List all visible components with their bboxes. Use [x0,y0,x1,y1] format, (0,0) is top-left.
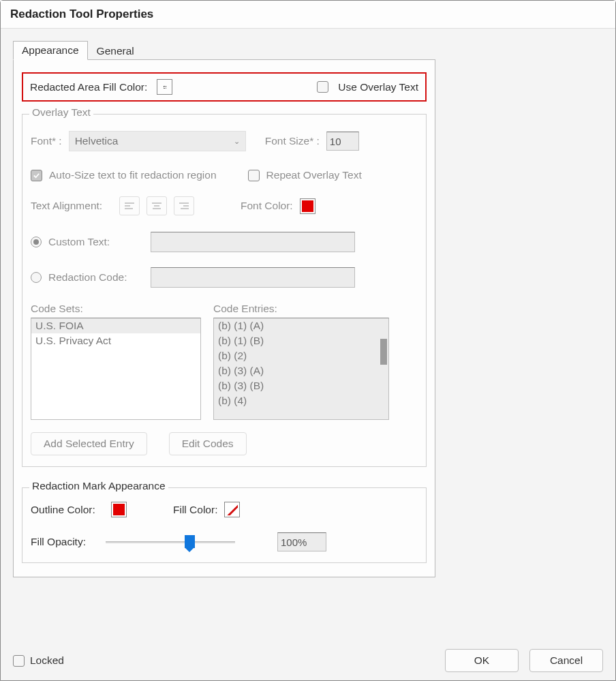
redaction-code-label: Redaction Code: [48,271,144,284]
font-color-swatch[interactable] [300,198,315,214]
code-entries-label: Code Entries: [213,303,389,315]
outline-color-swatch[interactable] [111,502,127,517]
cancel-button[interactable]: Cancel [529,649,603,672]
custom-text-input[interactable] [151,232,355,252]
redaction-code-input[interactable] [151,267,355,288]
dialog-footer: Locked OK Cancel [13,649,603,672]
edit-codes-button[interactable]: Edit Codes [169,432,247,455]
redaction-properties-dialog: Redaction Tool Properties Appearance Gen… [0,0,616,681]
dialog-title: Redaction Tool Properties [1,1,615,29]
list-item[interactable]: (b) (2) [214,348,388,363]
fill-opacity-input[interactable] [277,532,326,551]
autosize-label: Auto-Size text to fit redaction region [49,169,217,181]
tab-appearance[interactable]: Appearance [13,41,88,60]
scrollbar-thumb[interactable] [380,339,387,365]
outline-color-label: Outline Color: [31,504,104,516]
add-selected-entry-button[interactable]: Add Selected Entry [31,432,147,455]
font-size-input[interactable] [326,132,359,151]
fill-opacity-label: Fill Opacity: [31,536,99,548]
mark-fill-color-label: Fill Color: [173,504,217,516]
overlay-text-group: Overlay Text Font* : Helvetica ⌄ Font Si… [22,114,427,467]
align-left-button[interactable] [119,196,140,215]
redaction-mark-legend: Redaction Mark Appearance [29,480,168,492]
chevron-down-icon: ⌄ [234,137,240,146]
list-item[interactable]: U.S. Privacy Act [31,333,200,348]
locked-label: Locked [30,654,64,667]
locked-checkbox[interactable] [13,655,25,667]
list-item[interactable]: U.S. FOIA [31,318,200,333]
custom-text-radio[interactable] [31,237,42,247]
font-size-label: Font Size* : [265,135,320,147]
align-center-button[interactable] [147,196,167,215]
slider-thumb[interactable] [185,535,195,548]
list-item[interactable]: (b) (1) (A) [214,318,388,333]
fill-color-label: Redacted Area Fill Color: [30,81,147,93]
list-item[interactable]: (b) (3) (B) [214,378,388,393]
repeat-overlay-label: Repeat Overlay Text [266,169,362,181]
appearance-panel: Redacted Area Fill Color: Use Overlay Te… [13,59,435,577]
redaction-code-radio[interactable] [31,272,42,283]
list-item[interactable]: (b) (1) (B) [214,333,388,348]
font-color-label: Font Color: [241,200,293,212]
list-item[interactable]: (b) (4) [214,393,388,408]
custom-text-label: Custom Text: [48,236,144,248]
code-sets-listbox[interactable]: U.S. FOIA U.S. Privacy Act [31,318,201,420]
repeat-overlay-checkbox[interactable] [248,170,260,181]
highlighted-settings-row: Redacted Area Fill Color: Use Overlay Te… [22,72,427,102]
overlay-text-legend: Overlay Text [29,106,93,119]
align-right-button[interactable] [174,196,194,215]
fill-opacity-slider[interactable] [106,536,235,547]
redaction-mark-group: Redaction Mark Appearance Outline Color:… [22,487,427,563]
use-overlay-text-label: Use Overlay Text [338,81,418,93]
code-entries-listbox[interactable]: (b) (1) (A) (b) (1) (B) (b) (2) (b) (3) … [213,318,389,420]
redacted-fill-color-swatch[interactable] [157,79,172,95]
font-select[interactable]: Helvetica ⌄ [69,131,246,151]
tab-bar: Appearance General [13,41,603,60]
code-sets-label: Code Sets: [31,303,201,315]
autosize-checkbox[interactable] [31,170,42,181]
list-item[interactable]: (b) (3) (A) [214,363,388,378]
mark-fill-color-swatch[interactable] [224,502,240,517]
font-value: Helvetica [75,135,119,147]
ok-button[interactable]: OK [445,649,519,672]
use-overlay-text-checkbox[interactable] [317,81,328,93]
tab-general[interactable]: General [88,42,143,60]
text-alignment-label: Text Alignment: [31,200,112,212]
font-label: Font* : [31,135,62,147]
